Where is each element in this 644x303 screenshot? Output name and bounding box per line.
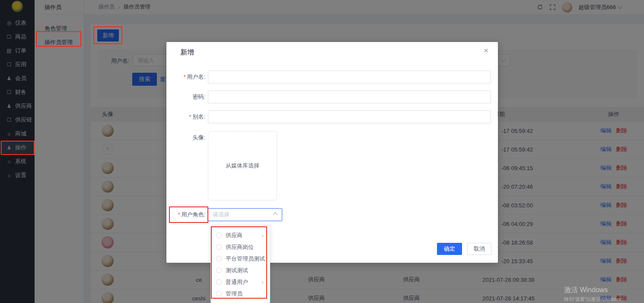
radio-icon [216,256,222,261]
media-library-picker[interactable]: 从媒体库选择 [208,131,277,200]
role-option-label: 平台管理员测试 [226,255,265,263]
role-dropdown-panel: 供应商›供应商岗位平台管理员测试测试测试普通用户›管理员 [210,226,270,303]
chevron-up-icon [273,212,277,217]
role-option-label: 供应商 [226,232,242,239]
password-field[interactable] [208,90,491,103]
alias-field-label: *别名: [166,110,205,123]
chevron-right-icon: › [261,232,264,239]
role-field-label: *用户角色: [166,208,205,221]
alias-field[interactable] [208,110,491,123]
required-asterisk: * [189,114,191,120]
confirm-button[interactable]: 确定 [437,243,462,255]
dialog-title: 新增 [180,48,194,57]
cancel-button[interactable]: 取消 [467,243,491,255]
role-options-list: 供应商›供应商岗位平台管理员测试测试测试普通用户›管理员 [211,229,270,300]
role-option-label: 供应商岗位 [226,243,254,251]
avatar-field-label: 头像: [166,131,205,144]
role-option-label: 普通用户 [226,278,248,286]
role-select[interactable]: 请选择 [208,208,282,221]
role-option-测试测试[interactable]: 测试测试 [211,264,270,276]
role-option-供应商[interactable]: 供应商› [211,229,270,241]
required-asterisk: * [178,212,180,218]
close-icon[interactable]: × [484,46,488,55]
chevron-right-icon: › [261,279,264,285]
radio-icon [216,279,222,285]
role-option-管理员[interactable]: 管理员 [211,288,270,300]
radio-icon [216,268,222,273]
role-option-普通用户[interactable]: 普通用户› [211,276,270,288]
password-field-label: 密码: [166,90,205,103]
username-field[interactable] [208,71,491,84]
role-select-placeholder: 请选择 [213,209,230,221]
role-option-供应商岗位[interactable]: 供应商岗位 [211,241,270,253]
username-field-label: *用户名: [166,71,205,84]
radio-icon [216,232,222,238]
role-option-label: 测试测试 [226,267,248,274]
role-option-label: 管理员 [226,290,242,298]
radio-icon [216,291,222,297]
role-option-平台管理员测试[interactable]: 平台管理员测试 [211,253,270,264]
required-asterisk: * [184,74,186,80]
radio-icon [216,244,222,250]
